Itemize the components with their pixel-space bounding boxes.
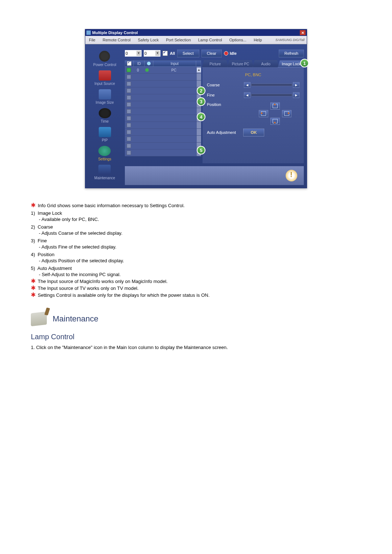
position-up-icon (273, 104, 278, 108)
menu-port-selection[interactable]: Port Selection (162, 38, 194, 42)
callout-1: 1 (300, 59, 309, 67)
sidebar-label: Image Size (95, 100, 114, 104)
slider-track[interactable] (251, 84, 292, 86)
note-text: The Input source of MagicInfo works only… (38, 279, 168, 284)
sidebar-label: Power Control (93, 63, 116, 67)
arrow-right-icon[interactable]: ▶ (293, 92, 299, 98)
sidebar-label: Input Source (94, 82, 115, 86)
dropdown-2[interactable]: 0 ▼ (144, 50, 160, 57)
status-bar (125, 166, 304, 185)
note-text: Info Grid shows some basic information n… (38, 203, 185, 208)
col-status[interactable] (144, 60, 153, 67)
warning-icon (286, 170, 297, 181)
dropdown-2-value: 0 (144, 51, 147, 56)
table-row (125, 87, 201, 94)
position-right-icon (284, 111, 289, 116)
sidebar-item-time[interactable]: Time (99, 108, 111, 123)
sidebar-item-pip[interactable]: PIP (99, 127, 111, 142)
table-row (125, 136, 201, 143)
tab-row: Picture Picture PC Audio Image Lock (203, 60, 304, 67)
settings-icon (98, 146, 111, 156)
menu-options[interactable]: Options... (226, 38, 250, 42)
note-text: Settings Control is available only for t… (38, 292, 209, 298)
chevron-down-icon: ▼ (155, 51, 160, 56)
menu-lamp-control[interactable]: Lamp Control (195, 38, 226, 42)
arrow-right-icon[interactable]: ▶ (293, 82, 299, 88)
fine-label: Fine (207, 93, 240, 97)
power-icon (99, 51, 110, 62)
tab-picture-pc[interactable]: Picture PC (227, 60, 254, 67)
row-checkbox[interactable] (127, 68, 131, 72)
list-sub: - Adjusts Fine of the selected display. (39, 244, 361, 250)
idle-label: Idle (230, 51, 237, 56)
position-up-button[interactable] (270, 102, 280, 110)
settings-panel: Picture Picture PC Audio Image Lock PC, … (203, 60, 304, 163)
position-left-button[interactable] (259, 110, 268, 117)
scrollbar-head (196, 60, 201, 67)
table-row[interactable]: 0 PC ▲ (125, 67, 201, 74)
table-row (125, 81, 201, 87)
maintenance-section-icon (31, 312, 47, 327)
instruction-line: 1. Click on the "Maintenance" icon in th… (31, 345, 361, 350)
list-item: 2) Coarse (31, 224, 361, 230)
col-input[interactable]: Input (153, 60, 196, 67)
notes-section: ✱ Info Grid shows some basic information… (31, 203, 361, 298)
section-title: Maintenance (53, 314, 98, 324)
status-icon (147, 62, 151, 65)
sidebar: Power Control Input Source Image Size Ti… (85, 44, 124, 188)
auto-adjust-label: Auto Adjustment (207, 130, 236, 135)
coarse-label: Coarse (207, 83, 240, 87)
titlebar: Multiple Display Control ✕ (85, 29, 307, 36)
status-dot-icon (224, 51, 228, 56)
star-icon: ✱ (31, 203, 36, 208)
filter-toolbar: 0 ▼ 0 ▼ All Select Clear Idle Ref (125, 49, 304, 57)
menu-remote-control[interactable]: Remote Control (99, 38, 134, 42)
col-checkbox[interactable] (125, 60, 134, 67)
row-status-icon (145, 68, 149, 72)
table-row (125, 143, 201, 149)
arrow-left-icon[interactable]: ◀ (244, 92, 250, 98)
arrow-left-icon[interactable]: ◀ (244, 82, 250, 88)
clear-button[interactable]: Clear (201, 49, 222, 57)
ok-button[interactable]: OK (243, 128, 264, 136)
sidebar-item-power-control[interactable]: Power Control (93, 51, 116, 67)
all-checkbox[interactable] (163, 51, 168, 56)
list-item: 3) Fine (31, 238, 361, 243)
sidebar-item-image-size[interactable]: Image Size (95, 89, 114, 104)
note-line: ✱ The Input source of TV works only on T… (31, 286, 361, 291)
content-row: ID Input 0 PC ▲ (125, 60, 304, 163)
select-button[interactable]: Select (177, 49, 199, 57)
callout-4: 4 (197, 112, 205, 121)
coarse-slider[interactable]: ◀ ▶ (244, 82, 299, 88)
col-id[interactable]: ID (134, 60, 144, 67)
sidebar-item-settings[interactable]: Settings (98, 146, 111, 161)
position-down-button[interactable] (270, 118, 280, 125)
menu-file[interactable]: File (85, 38, 99, 42)
tab-picture[interactable]: Picture (202, 60, 229, 67)
tab-audio[interactable]: Audio (253, 60, 279, 67)
note-text: The Input source of TV works only on TV … (38, 286, 139, 291)
note-line: ✱ Info Grid shows some basic information… (31, 203, 361, 208)
table-row (125, 115, 201, 122)
list-item: 4) Position (31, 252, 361, 257)
scroll-up-icon[interactable]: ▲ (197, 68, 201, 72)
sidebar-item-maintenance[interactable]: Maintenance (94, 165, 115, 180)
row-input: PC (151, 68, 197, 72)
input-icon (99, 70, 111, 81)
menu-help[interactable]: Help (250, 38, 266, 42)
fine-slider[interactable]: ◀ ▶ (244, 92, 299, 98)
slider-track[interactable] (251, 94, 292, 96)
close-icon[interactable]: ✕ (300, 30, 306, 35)
info-grid: ID Input 0 PC ▲ (125, 60, 201, 163)
position-right-button[interactable] (282, 110, 291, 117)
refresh-button[interactable]: Refresh (279, 49, 304, 57)
sidebar-item-input-source[interactable]: Input Source (94, 70, 115, 86)
menu-safety-lock[interactable]: Safety Lock (134, 38, 162, 42)
image-lock-panel: PC, BNC Coarse ◀ ▶ Fine (203, 67, 304, 163)
list-item: 5) Auto Adjustment (31, 266, 361, 271)
dropdown-1[interactable]: 0 ▼ (125, 50, 142, 57)
chevron-down-icon: ▼ (136, 51, 141, 56)
image-size-icon (99, 89, 111, 99)
idle-status: Idle (224, 51, 237, 56)
position-pad (253, 102, 297, 124)
